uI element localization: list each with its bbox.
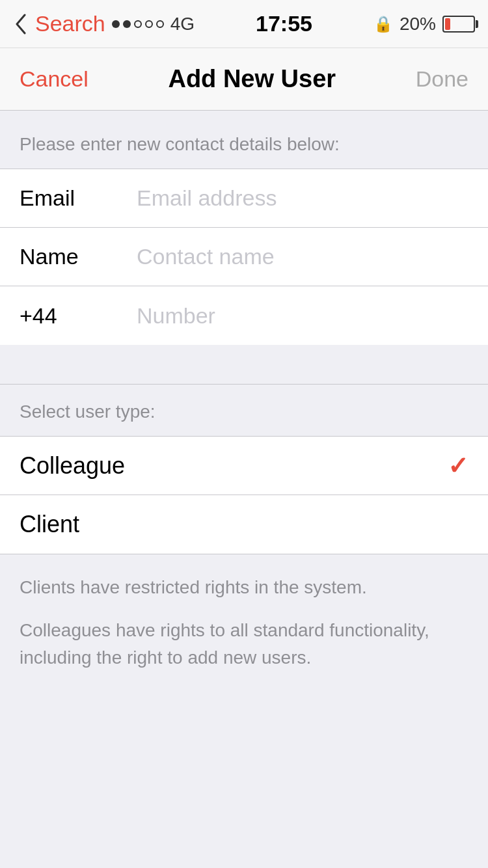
form-group: Email Name +44 [0,169,488,345]
email-label: Email [20,185,137,211]
form-section-header-text: Please enter new contact details below: [20,134,340,154]
back-arrow-icon [13,16,29,32]
page-title: Add New User [168,65,336,93]
lock-icon: 🔒 [373,15,393,33]
phone-row: +44 [0,286,488,345]
network-type-label: 4G [170,14,195,34]
colleague-option[interactable]: Colleague ✓ [0,437,488,495]
name-label: Name [20,244,137,269]
status-search-label: Search [35,11,105,36]
email-row: Email [0,169,488,228]
description-clients: Clients have restricted rights in the sy… [20,574,468,601]
status-right: 🔒 20% [373,14,475,34]
colleague-checkmark: ✓ [448,452,468,480]
signal-dot-4 [145,20,153,28]
user-type-header-text: Select user type: [20,401,156,422]
signal-dot-3 [134,20,142,28]
nav-bar: Cancel Add New User Done [0,48,488,111]
signal-dots [112,20,164,28]
name-row: Name [0,228,488,286]
status-bar: Search 4G 17:55 🔒 20% [0,0,488,48]
phone-country-code: +44 [20,303,137,329]
status-left: Search 4G [13,11,195,36]
phone-input[interactable] [137,303,468,329]
user-type-section-header: Select user type: [0,384,488,436]
form-section-header: Please enter new contact details below: [0,111,488,169]
client-option[interactable]: Client [0,495,488,554]
status-time: 17:55 [256,11,312,36]
signal-dot-5 [156,20,164,28]
battery-icon [442,16,475,33]
name-input[interactable] [137,244,468,269]
description-colleagues: Colleagues have rights to all standard f… [20,617,468,671]
cancel-button[interactable]: Cancel [20,66,88,92]
battery-percent: 20% [400,14,436,34]
signal-dot-2 [123,20,131,28]
colleague-label: Colleague [20,452,125,480]
email-input[interactable] [137,185,468,211]
battery-fill [445,18,450,30]
description-section: Clients have restricted rights in the sy… [0,554,488,698]
signal-dot-1 [112,20,120,28]
spacer-1 [0,345,488,384]
client-label: Client [20,511,79,538]
done-button[interactable]: Done [416,66,468,92]
user-type-group: Colleague ✓ Client [0,436,488,554]
